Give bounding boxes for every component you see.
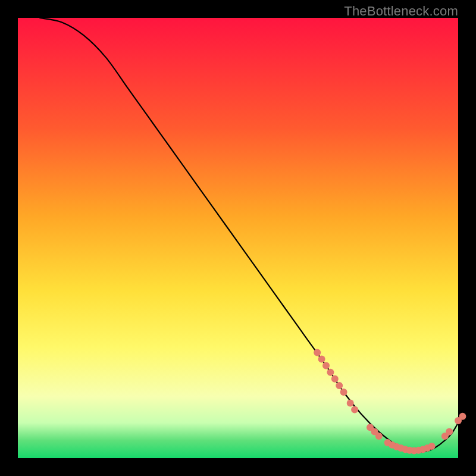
chart-container: TheBottleneck.com [0,0,476,476]
curve-marker [428,443,436,450]
watermark-text: TheBottleneck.com [344,4,458,19]
curve-marker [351,406,358,414]
curve-marker [336,382,343,389]
curve-marker [375,433,383,440]
curve-marker [314,349,321,356]
curve-marker [318,356,325,363]
curve-marker [347,400,354,407]
bottleneck-curve [40,18,458,452]
curve-marker [459,413,466,420]
curve-marker [331,375,339,383]
plot-area [18,18,458,458]
curve-marker [340,389,347,396]
curve-marker [327,369,334,376]
curve-markers [314,349,466,454]
curve-marker [322,362,330,369]
curve-layer [18,18,458,458]
curve-marker [446,428,453,436]
